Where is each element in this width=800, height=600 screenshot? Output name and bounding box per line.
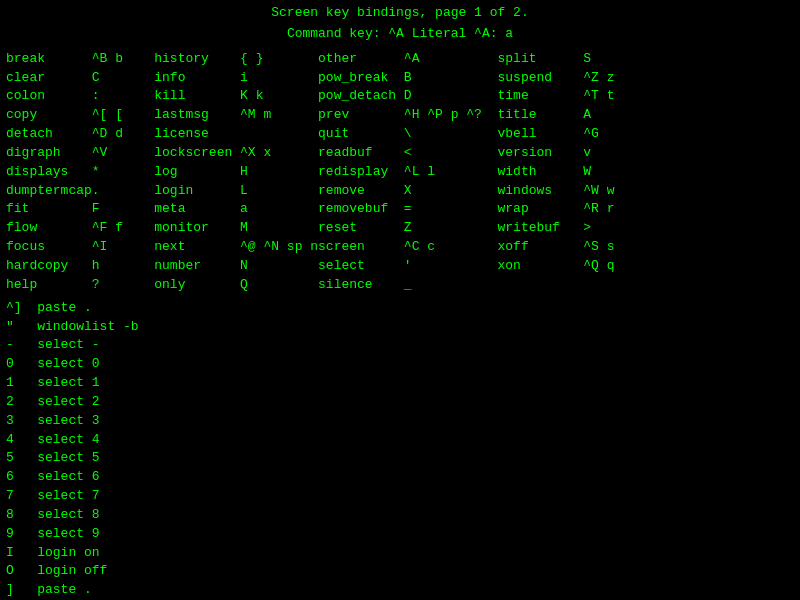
header: Screen key bindings, page 1 of 2. Comman… [6, 4, 794, 44]
lower-bindings: ^] paste . " windowlist -b - select - 0 … [6, 299, 794, 600]
keybindings-container: break ^B b history { } other ^A split S … [6, 50, 794, 295]
command-line: Command key: ^A Literal ^A: a [6, 25, 794, 44]
page-title: Screen key bindings, page 1 of 2. [6, 4, 794, 23]
